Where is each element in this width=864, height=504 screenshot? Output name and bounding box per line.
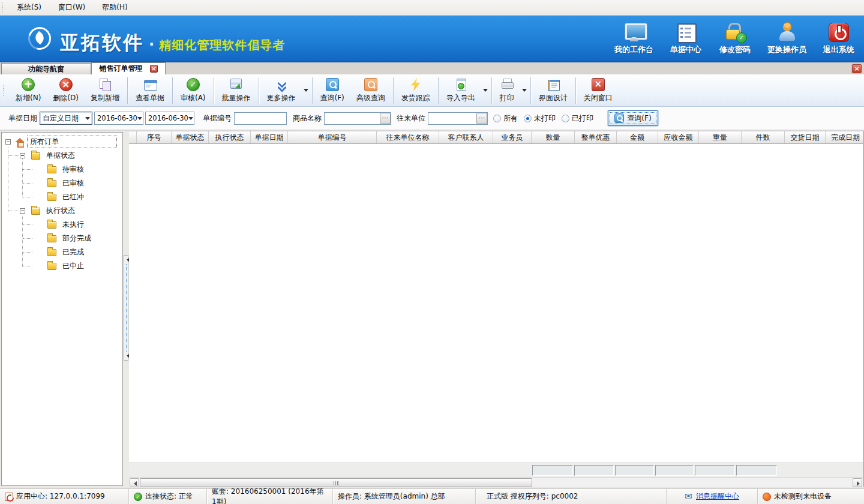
filter-bar: 单据日期 自定义日期 2016-06-30 2016-06-30 单据编号 商品… bbox=[0, 107, 864, 131]
column-header[interactable]: 交货日期 bbox=[785, 131, 826, 143]
ui-design-button[interactable]: 界面设计 bbox=[533, 76, 574, 105]
column-header[interactable]: 单据日期 bbox=[251, 131, 288, 143]
tree-node-label[interactable]: 所有订单 bbox=[27, 136, 117, 148]
filter-query-button[interactable]: 查询(F) bbox=[608, 110, 658, 126]
batch-operation-button[interactable]: 批量操作 bbox=[216, 76, 257, 105]
exit-system-button[interactable]: 退出系统 bbox=[822, 23, 856, 55]
delete-button[interactable]: 删除(D) bbox=[47, 76, 85, 105]
column-header[interactable]: 数量 bbox=[532, 131, 575, 143]
date-type-value: 自定义日期 bbox=[43, 113, 79, 124]
tab-close-icon[interactable] bbox=[150, 65, 158, 73]
advanced-query-button[interactable]: 高级查询 bbox=[350, 76, 391, 105]
menu-help[interactable]: 帮助(H) bbox=[94, 0, 136, 15]
radio-not-printed[interactable]: 未打印 bbox=[524, 113, 556, 124]
summary-cell-amount bbox=[615, 465, 654, 476]
tree-node-partially-done[interactable]: 部分完成 bbox=[2, 232, 122, 245]
radio-all[interactable]: 所有 bbox=[493, 113, 518, 124]
add-button[interactable]: 新增(N) bbox=[10, 76, 47, 105]
column-header[interactable]: 金额 bbox=[617, 131, 658, 143]
column-header[interactable]: 整单优惠 bbox=[575, 131, 617, 143]
date-to-combobox[interactable]: 2016-06-30 bbox=[145, 112, 194, 125]
tab-sales-order-management[interactable]: 销售订单管理 bbox=[91, 62, 166, 74]
tree-node-terminated[interactable]: 已中止 bbox=[2, 259, 122, 273]
button-label: 复制新增 bbox=[91, 93, 119, 103]
collapse-icon[interactable] bbox=[5, 139, 11, 145]
document-center-icon bbox=[676, 23, 696, 42]
tree-node-reviewed[interactable]: 已审核 bbox=[2, 176, 122, 190]
partner-lookup-button[interactable] bbox=[476, 113, 487, 124]
date-from-combobox[interactable]: 2016-06-30 bbox=[94, 112, 143, 125]
import-export-button[interactable]: 导入导出 bbox=[440, 76, 481, 105]
column-header[interactable]: 客户联系人 bbox=[439, 131, 493, 143]
tree-node-pending-review[interactable]: 待审核 bbox=[2, 163, 122, 176]
query-button[interactable]: 查询(F) bbox=[314, 76, 350, 105]
toolbar-grip[interactable] bbox=[2, 2, 5, 14]
tree-node-label[interactable]: 待审核 bbox=[60, 164, 86, 175]
tree-node-label[interactable]: 已中止 bbox=[60, 260, 86, 272]
date-type-combobox[interactable]: 自定义日期 bbox=[40, 112, 92, 125]
doc-no-input[interactable] bbox=[234, 112, 287, 125]
horizontal-scrollbar[interactable] bbox=[129, 477, 863, 487]
close-tab-button[interactable] bbox=[852, 64, 862, 73]
collapse-icon[interactable] bbox=[20, 208, 25, 214]
scroll-left-icon[interactable] bbox=[130, 478, 139, 487]
tree-node-not-executed[interactable]: 未执行 bbox=[2, 218, 122, 232]
dropdown-arrow-icon[interactable] bbox=[481, 76, 490, 105]
column-header[interactable]: 应收金额 bbox=[658, 131, 699, 143]
folder-icon bbox=[47, 249, 56, 256]
status-text: 账套: 201606250001 (2016年第1期) bbox=[212, 487, 328, 504]
tree-node-exec-status[interactable]: 执行状态 bbox=[2, 204, 122, 218]
tree-node-label[interactable]: 已审核 bbox=[60, 178, 86, 189]
menu-window[interactable]: 窗口(W) bbox=[50, 0, 94, 15]
copy-add-button[interactable]: 复制新增 bbox=[85, 76, 125, 105]
change-password-button[interactable]: 修改密码 bbox=[718, 23, 752, 55]
column-header[interactable]: 件数 bbox=[742, 131, 785, 143]
toolbar-grip[interactable] bbox=[3, 85, 6, 97]
column-header[interactable]: 单据状态 bbox=[172, 131, 209, 143]
column-header[interactable]: 往来单位名称 bbox=[377, 131, 439, 143]
date-from-value: 2016-06-30 bbox=[97, 114, 137, 122]
tab-function-navigator[interactable]: 功能导航窗 bbox=[1, 63, 91, 74]
scrollbar-thumb[interactable] bbox=[140, 478, 532, 487]
tree-node-all-orders[interactable]: 所有订单 bbox=[2, 135, 122, 149]
close-window-button[interactable]: 关闭窗口 bbox=[578, 76, 619, 105]
folder-icon bbox=[47, 235, 56, 242]
splitter-collapse-handle[interactable] bbox=[124, 255, 128, 361]
tree-node-completed[interactable]: 已完成 bbox=[2, 245, 122, 259]
tree-node-label[interactable]: 已红冲 bbox=[60, 191, 86, 203]
dropdown-arrow-icon[interactable] bbox=[520, 76, 529, 105]
more-operations-button[interactable]: 更多操作 bbox=[261, 76, 302, 105]
column-header[interactable]: 完成日期 bbox=[826, 131, 863, 143]
tree-node-reversed[interactable]: 已红冲 bbox=[2, 190, 122, 204]
brand-dot: · bbox=[149, 36, 154, 53]
print-button[interactable]: 打印 bbox=[494, 76, 520, 105]
view-document-button[interactable]: 查看单据 bbox=[130, 76, 170, 105]
tree-node-label[interactable]: 已完成 bbox=[60, 247, 86, 258]
product-lookup-button[interactable] bbox=[380, 113, 391, 124]
tree-node-label[interactable]: 部分完成 bbox=[60, 233, 94, 244]
message-center-link[interactable]: 消息提醒中心 bbox=[696, 491, 739, 502]
tree-node-label[interactable]: 单据状态 bbox=[44, 150, 77, 161]
menu-system[interactable]: 系统(S) bbox=[8, 0, 50, 15]
column-header[interactable]: 序号 bbox=[137, 131, 172, 143]
approve-button[interactable]: 审核(A) bbox=[175, 76, 212, 105]
column-header[interactable]: 执行状态 bbox=[209, 131, 251, 143]
tree-node-label[interactable]: 执行状态 bbox=[44, 205, 77, 217]
dropdown-arrow-icon[interactable] bbox=[302, 76, 310, 105]
collapse-icon[interactable] bbox=[20, 153, 25, 158]
my-workstation-button[interactable]: 我的工作台 bbox=[614, 23, 653, 55]
column-header[interactable]: 业务员 bbox=[493, 131, 532, 143]
scroll-right-icon[interactable] bbox=[853, 478, 862, 487]
shipment-tracking-button[interactable]: 发货跟踪 bbox=[395, 76, 436, 105]
tree-node-doc-status[interactable]: 单据状态 bbox=[2, 149, 122, 163]
status-account: 账套: 201606250001 (2016年第1期) bbox=[207, 489, 333, 504]
radio-printed[interactable]: 已打印 bbox=[562, 113, 593, 124]
column-header[interactable]: 单据编号 bbox=[288, 131, 377, 143]
document-center-button[interactable]: 单据中心 bbox=[669, 23, 703, 55]
switch-operator-button[interactable]: 更换操作员 bbox=[767, 23, 806, 55]
import-export-icon bbox=[454, 78, 467, 91]
partner-field bbox=[428, 112, 487, 125]
tree-node-label[interactable]: 未执行 bbox=[60, 219, 86, 230]
column-header[interactable]: 重量 bbox=[699, 131, 742, 143]
panel-splitter[interactable] bbox=[123, 131, 129, 487]
